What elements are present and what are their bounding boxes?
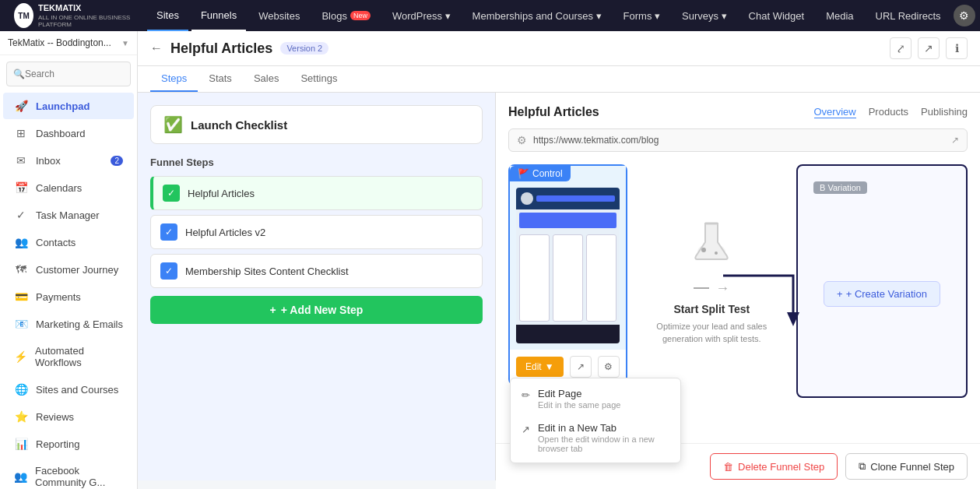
right-nav-products[interactable]: Products (869, 106, 908, 118)
right-nav-overview[interactable]: Overview (814, 106, 856, 118)
create-var-plus-icon: + (837, 288, 843, 300)
sidebar-item-sites-courses[interactable]: 🌐 Sites and Courses (3, 376, 134, 403)
settings-button[interactable]: ⚙ (598, 356, 620, 378)
nav-surveys[interactable]: Surveys ▾ (673, 0, 736, 31)
edit-page-item[interactable]: ✏ Edit Page Edit in the same page (511, 382, 680, 416)
settings-icon[interactable]: ⚙ (954, 5, 975, 26)
logo-icon: TM (14, 3, 33, 28)
sidebar-item-facebook-community[interactable]: 👥 Facebook Community G... (3, 458, 134, 489)
sidebar-item-customer-journey[interactable]: 🗺 Customer Journey (3, 256, 134, 283)
sidebar-item-label-sites-courses: Sites and Courses (36, 384, 118, 396)
info-icon[interactable]: ℹ (946, 37, 968, 59)
variation-card: B Variation + + Create Variation (796, 164, 968, 398)
variation-label: B Variation (813, 181, 867, 194)
sidebar-item-label-calendars: Calendars (36, 182, 82, 194)
edit-button[interactable]: Edit ▼ (516, 357, 564, 377)
contacts-icon: 👥 (14, 236, 28, 248)
search-input[interactable] (25, 69, 138, 79)
add-step-label: + Add New Step (281, 304, 364, 316)
sidebar-item-workflows[interactable]: ⚡ Automated Workflows (3, 338, 134, 375)
sidebar-item-reporting[interactable]: 📊 Reporting (3, 431, 134, 457)
logo: TM TEKMATIX ALL IN ONE ONLINE BUSINESS P… (8, 3, 144, 28)
control-label-text: Control (532, 168, 563, 179)
inbox-icon: ✉ (14, 154, 28, 167)
back-button[interactable]: ← (150, 41, 163, 55)
clone-funnel-step-button[interactable]: ⧉ Clone Funnel Step (845, 453, 968, 480)
nav-websites[interactable]: Websites (249, 0, 309, 31)
workspace-name: TekMatix -- Boddington... (8, 37, 111, 48)
funnel-step-item-1[interactable]: ✓ Helpful Articles v2 (150, 215, 483, 249)
nav-chat-widget[interactable]: Chat Widget (739, 0, 814, 31)
tab-sales[interactable]: Sales (243, 66, 290, 92)
blogs-badge: New (350, 11, 371, 20)
funnel-step-item-2[interactable]: ✓ Membership Sites Content Checklist (150, 254, 483, 288)
create-variation-button[interactable]: + + Create Variation (824, 281, 940, 307)
add-step-button[interactable]: + + Add New Step (150, 296, 483, 324)
sidebar-item-label-contacts: Contacts (36, 237, 76, 248)
nav-wordpress[interactable]: WordPress ▾ (383, 0, 460, 31)
right-nav-publishing[interactable]: Publishing (921, 106, 968, 118)
nav-right-actions: ⚙ 🔔 2 ✉ ? (954, 5, 980, 26)
nav-funnels[interactable]: Funnels (191, 0, 246, 31)
logo-sub: ALL IN ONE ONLINE BUSINESS PLATFORM (38, 14, 138, 28)
external-link-icon[interactable]: ↗ (918, 37, 940, 59)
tab-settings[interactable]: Settings (290, 66, 348, 92)
sidebar-item-label-inbox: Inbox (36, 155, 61, 167)
tab-steps[interactable]: Steps (150, 66, 198, 92)
launch-checklist: ✅ Launch Checklist (150, 105, 483, 144)
top-navigation: TM TEKMATIX ALL IN ONE ONLINE BUSINESS P… (0, 0, 980, 31)
edit-new-tab-item[interactable]: ↗ Edit in a New Tab Open the edit window… (511, 416, 680, 459)
sidebar-item-dashboard[interactable]: ⊞ Dashboard (3, 120, 134, 146)
sidebar-item-launchpad[interactable]: 🚀 Launchpad (3, 93, 134, 119)
nav-blogs[interactable]: Blogs New (312, 0, 380, 31)
url-settings-icon[interactable]: ⚙ (517, 134, 527, 146)
sidebar-item-label-facebook: Facebook Community G... (35, 465, 123, 488)
inbox-badge: 2 (111, 156, 123, 166)
edit-new-tab-info: Edit in a New Tab Open the edit window i… (538, 422, 669, 453)
variation-content: + + Create Variation (824, 206, 940, 381)
flask-icon (688, 217, 735, 271)
control-card: 🚩 Control (508, 164, 627, 385)
page-header: ← Helpful Articles Version 2 ⤤ ↗ ℹ (138, 31, 980, 66)
facebook-community-icon: 👥 (14, 470, 27, 483)
sidebar-item-calendars[interactable]: 📅 Calendars (3, 174, 134, 201)
control-card-wrapper: 🚩 Control (508, 164, 627, 398)
delete-funnel-step-button[interactable]: 🗑 Delete Funnel Step (710, 453, 838, 480)
nav-memberships[interactable]: Memberships and Courses ▾ (463, 0, 611, 31)
sidebar-item-inbox[interactable]: ✉ Inbox 2 (3, 147, 134, 174)
external-link-button[interactable]: ↗ (570, 356, 592, 378)
control-label: 🚩 Control (510, 166, 571, 181)
workflows-icon: ⚡ (14, 350, 27, 363)
search-box[interactable]: 🔍 ctrl K + (6, 62, 131, 86)
sites-courses-icon: 🌐 (14, 383, 28, 396)
calendars-icon: 📅 (14, 181, 28, 194)
svg-point-2 (715, 252, 718, 255)
sidebar-item-label-reporting: Reporting (36, 438, 79, 450)
nav-sites[interactable]: Sites (147, 0, 188, 31)
sidebar-item-reviews[interactable]: ⭐ Reviews (3, 403, 134, 430)
payments-icon: 💳 (14, 290, 28, 303)
sidebar-item-contacts[interactable]: 👥 Contacts (3, 229, 134, 255)
share-icon[interactable]: ⤤ (890, 37, 912, 59)
sidebar-item-marketing[interactable]: 📧 Marketing & Emails (3, 311, 134, 337)
edit-new-tab-title: Edit in a New Tab (538, 422, 669, 434)
sidebar-item-payments[interactable]: 💳 Payments (3, 283, 134, 310)
version-badge: Version 2 (280, 42, 328, 55)
logo-text: TEKMATIX (38, 3, 138, 13)
split-test-desc: Optimize your lead and sales generation … (655, 320, 768, 346)
workspace-selector[interactable]: TekMatix -- Boddington... ▼ (0, 31, 137, 55)
right-nav: Overview Products Publishing (814, 106, 968, 118)
nav-forms[interactable]: Forms ▾ (614, 0, 669, 31)
funnel-step-item-0[interactable]: ✓ Helpful Articles (150, 176, 483, 210)
add-step-icon: + (270, 304, 276, 316)
sidebar-item-label-marketing: Marketing & Emails (36, 318, 123, 330)
nav-url-redirects[interactable]: URL Redirects (866, 0, 950, 31)
sidebar-item-label-workflows: Automated Workflows (35, 345, 123, 368)
sidebar-item-task-manager[interactable]: ✓ Task Manager (3, 202, 134, 228)
edit-dropdown-icon: ▼ (545, 361, 554, 372)
right-title: Helpful Articles (508, 105, 599, 119)
nav-media[interactable]: Media (817, 0, 862, 31)
url-external-icon[interactable]: ↗ (951, 135, 959, 146)
clone-icon: ⧉ (859, 460, 866, 473)
tab-stats[interactable]: Stats (198, 66, 243, 92)
